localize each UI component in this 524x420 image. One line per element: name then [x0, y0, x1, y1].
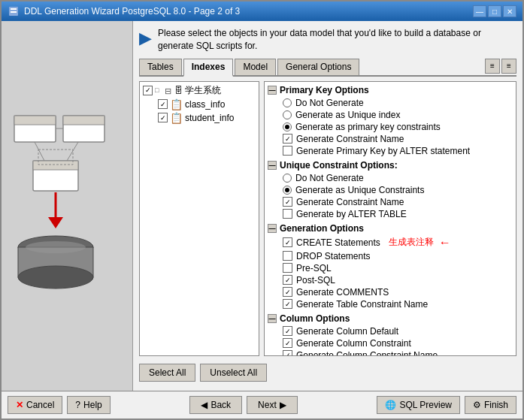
tab-tables[interactable]: Tables	[139, 59, 182, 75]
opt-gen-drop[interactable]: DROP Statements	[268, 250, 513, 262]
main-content: ▶ Please select the objects in your data…	[2, 21, 522, 391]
tree-student-checkbox[interactable]	[158, 113, 168, 122]
tree-class-label: class_info	[185, 99, 225, 110]
tree-root-expand[interactable]: □	[155, 86, 162, 94]
select-buttons: Select All Unselect All	[139, 361, 516, 385]
section-primary-key-header[interactable]: — Primary Key Options	[268, 85, 513, 95]
svg-line-17	[35, 142, 44, 161]
opt-uc-constraint-name[interactable]: Generate Constraint Name	[268, 196, 513, 208]
radio-pk-primary-key[interactable]	[283, 122, 292, 131]
svg-rect-4	[14, 116, 56, 125]
opt-pk-no-generate[interactable]: Do Not Generate	[268, 97, 513, 109]
finish-button[interactable]: ⚙ Finish	[465, 396, 516, 414]
maximize-button[interactable]: □	[488, 5, 501, 17]
next-button[interactable]: Next ▶	[247, 396, 298, 414]
check-pk-alter[interactable]	[283, 146, 292, 156]
check-col-constraint-name[interactable]	[283, 350, 292, 356]
help-button[interactable]: ? Help	[67, 396, 110, 414]
opt-gen-postsql[interactable]: Post-SQL	[268, 274, 513, 286]
tree-root-minus[interactable]: ⊟	[165, 86, 172, 94]
check-pk-constraint-name[interactable]	[283, 134, 292, 144]
select-all-button[interactable]: Select All	[139, 364, 195, 382]
tree-item-class[interactable]: 📋 class_info	[141, 98, 257, 111]
opt-gen-table-constraint[interactable]: Generate Table Constraint Name	[268, 298, 513, 310]
radio-uc-no-generate[interactable]	[283, 174, 292, 183]
cancel-label: Cancel	[26, 400, 54, 410]
unselect-all-button[interactable]: Unselect All	[200, 364, 267, 382]
sql-preview-label: SQL Preview	[399, 400, 452, 410]
svg-rect-6	[63, 116, 104, 125]
cancel-icon: ✕	[16, 400, 23, 410]
collapse-primary-key[interactable]: —	[268, 86, 277, 95]
opt-pk-primary-key-constraints[interactable]: Generate as primary key constraints	[268, 121, 513, 133]
tree-student-icon: 📋	[170, 112, 183, 124]
radio-pk-unique-index[interactable]	[283, 110, 292, 119]
tree-item-student[interactable]: 📋 student_info	[141, 111, 257, 125]
left-panel	[2, 21, 133, 391]
tab-icon-1[interactable]: ≡	[485, 59, 500, 74]
tree-root-checkbox[interactable]	[143, 86, 153, 95]
collapse-column[interactable]: —	[268, 314, 277, 323]
header-arrow-icon: ▶	[139, 29, 152, 48]
check-gen-postsql[interactable]	[283, 275, 292, 285]
tab-indexes[interactable]: Indexes	[183, 59, 234, 77]
opt-col-constraint[interactable]: Generate Column Constraint	[268, 337, 513, 349]
opt-pk-constraint-name[interactable]: Generate Constraint Name	[268, 133, 513, 145]
window-controls: — □ ✕	[473, 5, 516, 17]
opt-pk-alter[interactable]: Generate Primary Key by ALTER statement	[268, 145, 513, 157]
check-gen-create[interactable]	[283, 237, 292, 247]
tab-model[interactable]: Model	[235, 59, 276, 75]
section-unique-header[interactable]: — Unique Constraint Options:	[268, 160, 513, 171]
section-generation-header[interactable]: — Generation Options	[268, 223, 513, 234]
tab-general-options[interactable]: General Options	[277, 59, 359, 75]
opt-gen-create[interactable]: CREATE Statements 生成表注释 ←	[268, 235, 513, 250]
collapse-generation[interactable]: —	[268, 224, 277, 233]
svg-point-16	[26, 241, 86, 253]
tree-root[interactable]: □ ⊟ 🗄 学生系统	[141, 83, 257, 98]
svg-point-15	[18, 266, 93, 289]
help-label: Help	[83, 400, 102, 410]
section-generation-title: Generation Options	[280, 223, 364, 234]
check-col-default[interactable]	[283, 326, 292, 336]
check-gen-drop[interactable]	[283, 251, 292, 261]
radio-pk-no-generate[interactable]	[283, 98, 292, 107]
tree-root-icon: 🗄	[174, 86, 183, 95]
svg-rect-2	[11, 11, 17, 13]
tab-icon-2[interactable]: ≡	[501, 59, 516, 74]
check-gen-presql[interactable]	[283, 263, 292, 273]
opt-col-constraint-name[interactable]: Generate Column Constraint Name	[268, 349, 513, 356]
opt-gen-presql[interactable]: Pre-SQL	[268, 262, 513, 274]
next-label: Next	[258, 400, 277, 410]
title-bar-left: DDL Generation Wizard PostgreSQL 8.0 - P…	[8, 5, 240, 17]
opt-col-default[interactable]: Generate Column Default	[268, 325, 513, 337]
bottom-left: ✕ Cancel ? Help	[8, 396, 111, 414]
check-uc-alter[interactable]	[283, 209, 292, 219]
cancel-button[interactable]: ✕ Cancel	[8, 396, 62, 414]
radio-uc-unique[interactable]	[283, 186, 292, 195]
svg-marker-12	[48, 217, 63, 228]
section-column-header[interactable]: — Column Options	[268, 313, 513, 324]
opt-uc-no-generate[interactable]: Do Not Generate	[268, 172, 513, 184]
check-gen-comments[interactable]	[283, 287, 292, 297]
check-gen-table-constraint[interactable]	[283, 299, 292, 309]
section-unique-title: Unique Constraint Options:	[280, 160, 398, 171]
check-uc-constraint-name[interactable]	[283, 197, 292, 207]
tree-panel: □ ⊟ 🗄 学生系统 📋 class_info 📋	[139, 81, 259, 356]
opt-uc-unique-constraints[interactable]: Generate as Unique Constraints	[268, 184, 513, 196]
sql-preview-button[interactable]: 🌐 SQL Preview	[377, 396, 460, 414]
minimize-button[interactable]: —	[473, 5, 486, 17]
app-icon	[8, 5, 20, 17]
section-generation: — Generation Options CREATE Statements 生…	[268, 223, 513, 310]
check-col-constraint[interactable]	[283, 338, 292, 348]
opt-pk-unique-index[interactable]: Generate as Unique index	[268, 109, 513, 121]
collapse-unique[interactable]: —	[268, 161, 277, 170]
opt-gen-comments[interactable]: Generate COMMENTS	[268, 286, 513, 298]
section-primary-key-title: Primary Key Options	[280, 85, 369, 95]
close-button[interactable]: ✕	[503, 5, 516, 17]
back-button[interactable]: ◀ Back	[189, 396, 242, 414]
tree-class-checkbox[interactable]	[158, 99, 168, 109]
tree-root-label: 学生系统	[185, 84, 221, 97]
header-section: ▶ Please select the objects in your data…	[139, 27, 516, 53]
diagram-svg	[7, 108, 127, 304]
opt-uc-alter-table[interactable]: Generate by ALTER TABLE	[268, 208, 513, 220]
